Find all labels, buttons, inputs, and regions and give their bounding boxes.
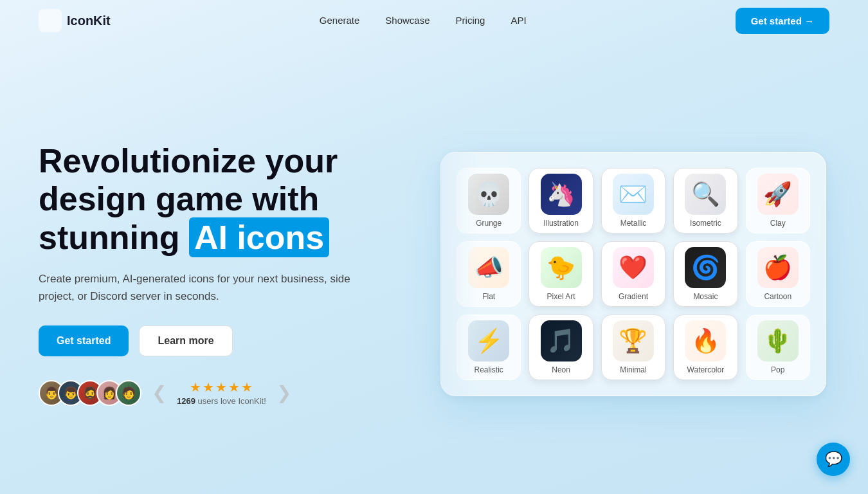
icon-cell-pop[interactable]: 🌵 Pop xyxy=(746,315,810,380)
hero-copy: Revolutionize your design game with stun… xyxy=(39,142,399,407)
hero-title-highlight: AI icons xyxy=(189,217,329,257)
icon-img-gradient: ❤️ xyxy=(613,247,654,288)
icon-cell-illustration[interactable]: 🦄 Illustration xyxy=(529,168,593,233)
icon-cell-neon[interactable]: 🎵 Neon xyxy=(529,315,593,380)
icon-img-isometric: 🔍 xyxy=(685,174,726,215)
icon-img-mosaic: 🌀 xyxy=(685,247,726,288)
icon-img-cartoon: 🍎 xyxy=(757,247,799,288)
icon-img-pop: 🌵 xyxy=(757,320,799,361)
hero-title-line2: design game with xyxy=(39,180,319,217)
nav-cta-button[interactable]: Get started → xyxy=(736,8,829,34)
icon-cell-pixel[interactable]: 🐤 Pixel Art xyxy=(529,241,593,307)
icon-img-grunge: 💀 xyxy=(468,174,509,215)
hero-title-line3-pre: stunning xyxy=(39,219,189,256)
icon-label-clay: Clay xyxy=(770,219,786,228)
icon-img-minimal: 🏆 xyxy=(613,320,654,361)
star-rating: ★ ★ ★ ★ ★ 1269 users love IconKit! xyxy=(177,380,266,406)
star-3: ★ xyxy=(215,380,227,395)
icon-label-watercolor: Watercolor xyxy=(687,365,725,374)
chat-bubble-button[interactable]: 💬 xyxy=(817,443,850,476)
logo[interactable]: 🧩 IconKit xyxy=(39,9,111,32)
icon-cell-flat[interactable]: 📣 Flat xyxy=(457,241,521,307)
icon-cell-gradient[interactable]: ❤️ Gradient xyxy=(601,241,665,307)
hero-buttons: Get started Learn more xyxy=(39,325,399,356)
nav-api[interactable]: API xyxy=(511,15,526,26)
star-2: ★ xyxy=(203,380,214,395)
icon-img-watercolor: 🔥 xyxy=(685,320,726,361)
laurel-left-icon: ❮ xyxy=(152,382,167,403)
icon-label-metallic: Metallic xyxy=(620,219,647,228)
icon-label-isometric: Isometric xyxy=(690,219,721,228)
icon-cell-cartoon[interactable]: 🍎 Cartoon xyxy=(746,241,810,307)
review-label: users love IconKit! xyxy=(198,396,266,406)
icon-label-neon: Neon xyxy=(552,365,570,374)
star-5: ★ xyxy=(241,380,253,395)
avatar-group: 👨 👦 🧔 👩 🧑 xyxy=(39,380,141,406)
hero-section: Revolutionize your design game with stun… xyxy=(0,41,868,494)
icon-cell-grunge[interactable]: 💀 Grunge xyxy=(457,168,521,233)
icon-cell-isometric[interactable]: 🔍 Isometric xyxy=(673,168,737,233)
icon-img-clay: 🚀 xyxy=(757,174,799,215)
hero-title: Revolutionize your design game with stun… xyxy=(39,142,399,257)
nav-links: Generate Showcase Pricing API xyxy=(320,15,527,26)
icon-label-grunge: Grunge xyxy=(476,219,502,228)
review-text: 1269 users love IconKit! xyxy=(177,396,266,406)
navbar: 🧩 IconKit Generate Showcase Pricing API … xyxy=(0,0,868,41)
hero-visual: 💀 Grunge 🦄 Illustration ✉️ Metallic 🔍 Is… xyxy=(437,152,829,396)
icon-label-pop: Pop xyxy=(771,365,784,374)
hero-subtitle: Create premium, AI-generated icons for y… xyxy=(39,270,373,305)
star-4: ★ xyxy=(228,380,240,395)
icon-cell-realistic[interactable]: ⚡ Realistic xyxy=(457,315,521,380)
icon-cell-clay[interactable]: 🚀 Clay xyxy=(746,168,810,233)
icon-label-realistic: Realistic xyxy=(475,365,503,374)
icon-label-flat: Flat xyxy=(482,292,495,301)
icon-cell-mosaic[interactable]: 🌀 Mosaic xyxy=(673,241,737,307)
icon-img-neon: 🎵 xyxy=(541,320,582,361)
icon-img-flat: 📣 xyxy=(468,247,509,288)
avatar: 🧑 xyxy=(116,380,141,406)
icon-panel-wrapper: 💀 Grunge 🦄 Illustration ✉️ Metallic 🔍 Is… xyxy=(440,152,826,396)
icon-cell-watercolor[interactable]: 🔥 Watercolor xyxy=(673,315,737,380)
hero-title-line1: Revolutionize your xyxy=(39,142,338,179)
icon-img-metallic: ✉️ xyxy=(613,174,654,215)
star-1: ★ xyxy=(190,380,201,395)
icon-cell-minimal[interactable]: 🏆 Minimal xyxy=(601,315,665,380)
icon-cell-metallic[interactable]: ✉️ Metallic xyxy=(601,168,665,233)
icon-img-realistic: ⚡ xyxy=(468,320,509,361)
nav-showcase[interactable]: Showcase xyxy=(385,15,429,26)
laurel-right-icon: ❯ xyxy=(276,382,291,403)
icon-img-pixel: 🐤 xyxy=(541,247,582,288)
icon-panel: 💀 Grunge 🦄 Illustration ✉️ Metallic 🔍 Is… xyxy=(440,152,826,396)
icon-label-mosaic: Mosaic xyxy=(693,292,718,301)
icon-label-pixel: Pixel Art xyxy=(547,292,575,301)
social-proof: 👨 👦 🧔 👩 🧑 ❮ ★ ★ ★ ★ ★ 1269 users love Ic… xyxy=(39,380,399,406)
svg-rect-0 xyxy=(39,9,62,32)
icon-label-illustration: Illustration xyxy=(543,219,579,228)
icon-label-gradient: Gradient xyxy=(619,292,648,301)
icon-label-cartoon: Cartoon xyxy=(764,292,791,301)
nav-pricing[interactable]: Pricing xyxy=(456,15,485,26)
hero-learn-more-button[interactable]: Learn more xyxy=(139,325,232,356)
star-row: ★ ★ ★ ★ ★ xyxy=(190,380,253,395)
icon-img-illustration: 🦄 xyxy=(541,174,582,215)
nav-generate[interactable]: Generate xyxy=(320,15,360,26)
logo-text: IconKit xyxy=(67,14,111,28)
icon-grid: 💀 Grunge 🦄 Illustration ✉️ Metallic 🔍 Is… xyxy=(457,168,810,380)
review-count: 1269 xyxy=(177,396,195,406)
hero-get-started-button[interactable]: Get started xyxy=(39,325,129,356)
chat-icon: 💬 xyxy=(825,451,842,468)
icon-label-minimal: Minimal xyxy=(620,365,646,374)
